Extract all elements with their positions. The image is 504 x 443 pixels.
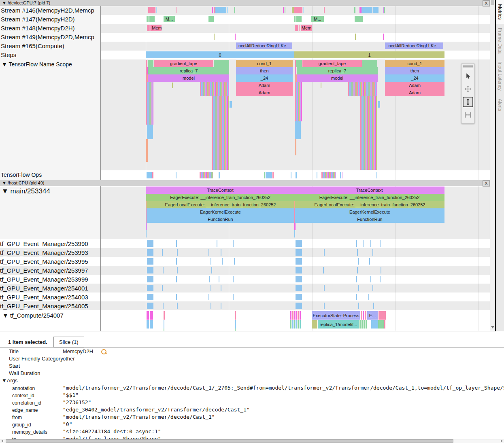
trace-slice[interactable] xyxy=(373,303,374,309)
trace-slice[interactable] xyxy=(214,34,215,40)
trace-slice[interactable] xyxy=(176,172,177,178)
trace-slice[interactable]: FunctionRun xyxy=(147,216,294,223)
trace-slice[interactable] xyxy=(147,125,153,139)
trace-slice[interactable]: 0 xyxy=(146,51,294,58)
trace-slice[interactable] xyxy=(296,60,302,67)
trace-slice[interactable] xyxy=(146,230,147,237)
trace-slice[interactable]: replica_1/model/t... xyxy=(318,320,359,329)
trace-slice[interactable] xyxy=(147,267,153,273)
trace-slice[interactable] xyxy=(147,276,153,282)
trace-slice[interactable] xyxy=(147,25,149,31)
trace-slice[interactable] xyxy=(364,320,365,329)
trace-slice[interactable] xyxy=(172,83,173,88)
trace-slice-cluster[interactable] xyxy=(295,96,302,121)
trace-slice[interactable] xyxy=(355,16,363,22)
args-section-header[interactable]: ▼Args xyxy=(2,377,18,384)
trace-slice[interactable] xyxy=(368,294,369,300)
trace-slice[interactable] xyxy=(177,249,178,256)
track-label[interactable]: ▼ TensorFlow Name Scope xyxy=(2,61,72,68)
track-label[interactable]: ▼ main/253344 xyxy=(2,187,50,195)
select-tool-button[interactable] xyxy=(463,71,473,81)
trace-slice[interactable] xyxy=(295,25,297,31)
trace-slice[interactable] xyxy=(208,294,209,300)
trace-slice[interactable] xyxy=(217,240,217,247)
pan-tool-button[interactable] xyxy=(463,84,473,94)
trace-slice[interactable] xyxy=(149,16,155,22)
trace-slice[interactable]: cond_1 xyxy=(385,60,444,67)
trace-slice[interactable] xyxy=(342,172,342,178)
trace-slice[interactable] xyxy=(355,34,356,40)
trace-slice[interactable] xyxy=(356,240,357,247)
trace-slice[interactable] xyxy=(363,240,364,247)
trace-slice-cluster[interactable] xyxy=(295,82,302,96)
trace-slice[interactable] xyxy=(208,16,214,22)
trace-slice[interactable] xyxy=(148,60,153,67)
trace-slice[interactable] xyxy=(221,285,221,291)
trace-slice[interactable] xyxy=(362,7,372,13)
trace-slice[interactable] xyxy=(234,7,235,13)
trace-slice[interactable] xyxy=(294,311,295,320)
trace-slice[interactable] xyxy=(290,311,291,320)
trace-slice[interactable] xyxy=(164,320,164,329)
gpu-section-close-button[interactable]: X xyxy=(483,0,490,6)
trace-slice[interactable] xyxy=(358,285,359,291)
trace-slice[interactable] xyxy=(380,276,381,282)
trace-slice[interactable] xyxy=(152,172,153,178)
vertical-scrollbar[interactable] xyxy=(490,0,495,331)
tab-frame-data[interactable]: Frame Data xyxy=(496,24,504,57)
trace-slice[interactable] xyxy=(214,60,229,67)
trace-slice[interactable]: replica_7 xyxy=(148,67,229,74)
trace-slice[interactable] xyxy=(300,311,301,320)
trace-slice[interactable] xyxy=(233,276,234,282)
trace-slice[interactable]: then xyxy=(236,67,293,74)
trace-slice-cluster[interactable] xyxy=(200,172,213,178)
trace-slice[interactable] xyxy=(147,303,153,309)
trace-slice[interactable] xyxy=(147,67,148,74)
trace-slice[interactable]: EagerKernelExecute xyxy=(147,208,294,216)
trace-slice[interactable]: replica_7 xyxy=(297,67,378,74)
trace-slice[interactable] xyxy=(378,320,384,329)
trace-slice[interactable]: EagerExecute: __inference_train_function… xyxy=(146,194,294,201)
trace-slice[interactable] xyxy=(209,276,210,282)
trace-slice[interactable] xyxy=(296,267,302,273)
trace-slice[interactable] xyxy=(381,267,381,273)
trace-slice[interactable] xyxy=(162,285,163,291)
trace-slice[interactable] xyxy=(147,249,153,256)
trace-slice[interactable] xyxy=(147,285,153,291)
trace-slice[interactable] xyxy=(365,311,366,320)
trace-slice[interactable] xyxy=(176,294,177,300)
vertical-scrollbar-thumb[interactable] xyxy=(491,0,494,5)
trace-slice[interactable] xyxy=(211,285,211,291)
trace-slice[interactable] xyxy=(380,240,381,247)
timing-tool-button[interactable] xyxy=(463,110,473,120)
trace-slice[interactable] xyxy=(312,320,317,329)
trace-slice[interactable] xyxy=(147,320,149,329)
trace-slice[interactable]: gradient_tape xyxy=(154,60,213,67)
trace-slice[interactable] xyxy=(176,276,177,282)
trace-slice[interactable] xyxy=(372,249,373,256)
trace-slice[interactable]: FunctionRun xyxy=(295,216,444,223)
trace-slice[interactable] xyxy=(296,67,296,74)
trace-slice[interactable] xyxy=(359,320,361,329)
trace-slice[interactable] xyxy=(147,240,153,247)
trace-slice[interactable]: ExecutorState::Process xyxy=(312,311,360,320)
trace-slice[interactable] xyxy=(235,34,236,40)
trace-slice[interactable] xyxy=(357,249,358,256)
trace-slice[interactable] xyxy=(272,172,274,178)
trace-slice[interactable] xyxy=(211,258,211,265)
trace-slice[interactable] xyxy=(295,121,301,139)
scroll-left-arrow-icon[interactable] xyxy=(1,440,3,442)
trace-slice[interactable] xyxy=(149,25,151,31)
trace-slice[interactable]: M... xyxy=(164,16,175,22)
trace-slice[interactable] xyxy=(303,7,304,13)
trace-slice[interactable] xyxy=(294,223,296,230)
trace-slice[interactable] xyxy=(370,276,371,282)
trace-slice[interactable] xyxy=(294,230,295,237)
scroll-right-arrow-icon[interactable] xyxy=(501,440,503,442)
trace-slice[interactable] xyxy=(295,60,296,67)
palette-drag-handle-icon[interactable] xyxy=(463,65,473,69)
trace-slice[interactable]: model xyxy=(148,74,229,82)
trace-slice-cluster[interactable] xyxy=(212,96,229,170)
trace-slice[interactable] xyxy=(324,285,325,291)
trace-slice[interactable] xyxy=(219,276,219,282)
